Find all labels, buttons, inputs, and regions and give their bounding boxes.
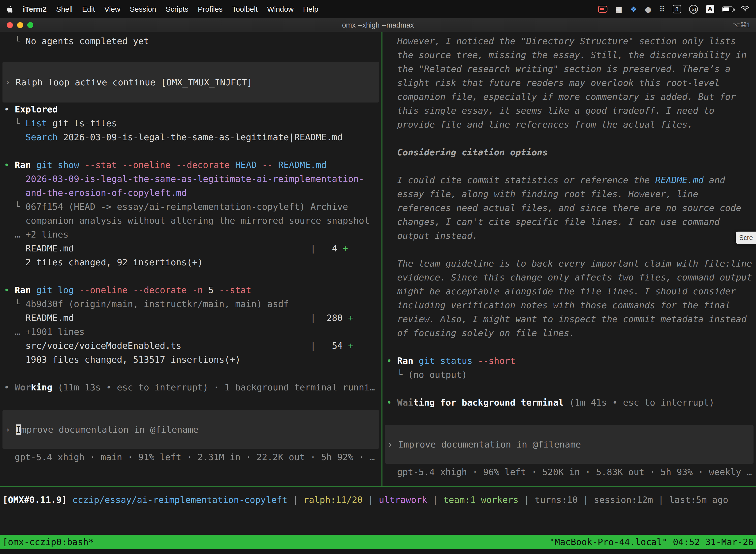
agent-log: • Explored └ List git ls-files Search 20…	[0, 103, 381, 394]
commit-line: └ 067f154 (HEAD -> essay/ai-reimplementa…	[0, 200, 381, 214]
menu-item-view[interactable]: View	[105, 5, 120, 13]
thinking-line: slight risk that future readers may over…	[382, 76, 756, 90]
diff-summary: 2 files changed, 92 insertions(+)	[0, 256, 381, 269]
input-text-right: Improve documentation in @filename	[398, 439, 581, 449]
banner-text: Ralph loop active continue [OMX_TMUX_INJ…	[16, 77, 252, 88]
keycap-8-icon[interactable]	[673, 5, 681, 13]
menu-bar-status-icons	[598, 5, 749, 14]
gauge-icon[interactable]	[689, 5, 698, 14]
agent-log-right: However, I noticed the "Directory Struct…	[382, 34, 756, 409]
blank-line	[382, 382, 756, 396]
notification-toast[interactable]: Scre	[736, 232, 756, 244]
blank-line	[0, 144, 381, 158]
blue-app-icon[interactable]	[630, 5, 637, 14]
menu-item-toolbelt[interactable]: Toolbelt	[232, 5, 258, 13]
thinking-line: However, I noticed the "Directory Struct…	[382, 34, 756, 48]
input-source-icon[interactable]	[706, 5, 714, 13]
thinking-line: review. Also, I might want to inspect th…	[382, 312, 756, 326]
thinking-line: might be acceptable alongside the file l…	[382, 284, 756, 298]
tmux-status-bar: [omx-cczip0:bash* "MacBook-Pro-44.local"…	[0, 535, 756, 549]
thinking-heading: Considering citation options	[382, 146, 756, 159]
blank-line	[0, 269, 381, 283]
ran-git-status: • Ran git status --short	[382, 354, 756, 368]
menu-item-scripts[interactable]: Scripts	[166, 5, 189, 13]
thinking-line: the source tree, missing the essay. Stil…	[382, 48, 756, 62]
thinking-line: including verification notes with those …	[382, 298, 756, 312]
minimize-window-button[interactable]	[17, 22, 23, 28]
window-title: omx --xhigh --madmax	[0, 21, 756, 29]
tmux-session-label: [omx-cczip0:bash*	[2, 537, 94, 547]
circle-app-icon[interactable]	[645, 5, 651, 14]
session-status-line-right: gpt-5.4 xhigh · 96% left · 520K in · 5.8…	[382, 465, 756, 479]
input-prompt: ›	[5, 425, 16, 435]
input-text: mprove documentation in @filename	[21, 425, 198, 435]
close-window-button[interactable]	[7, 22, 13, 28]
apple-menu-icon[interactable]	[7, 6, 13, 13]
macos-menu-bar: iTerm2ShellEditViewSessionScriptsProfile…	[0, 0, 756, 18]
diff-stat-line: README.md | 280 +	[0, 311, 381, 325]
thinking-line: this single essay, it seems like a good …	[382, 104, 756, 118]
desktop: iTerm2ShellEditViewSessionScriptsProfile…	[0, 0, 756, 554]
thinking-line: companion file, especially if more comme…	[382, 90, 756, 104]
zoom-window-button[interactable]	[27, 22, 33, 28]
command-output: └ (no output)	[382, 368, 756, 382]
diff-stat-line: README.md | 4 +	[0, 241, 381, 256]
thinking-line: references need actual files, and since …	[382, 201, 756, 215]
menu-item-session[interactable]: Session	[130, 5, 156, 13]
terminal-content: └ No agents completed yet › Ralph loop a…	[0, 32, 756, 535]
screen-recording-icon[interactable]	[598, 6, 608, 13]
menu-items: iTerm2ShellEditViewSessionScriptsProfile…	[23, 5, 318, 13]
input-prompt-right: ›	[387, 439, 398, 449]
thinking-line: I could cite commit statistics or refere…	[382, 173, 756, 187]
tmux-host-clock: "MacBook-Pro-44.local" 04:52 31-Mar-26	[549, 537, 754, 547]
menu-item-profiles[interactable]: Profiles	[198, 5, 223, 13]
omx-status-line: [OMX#0.11.9] cczip/essay/ai-reimplementa…	[0, 493, 756, 507]
window-title-bar: omx --xhigh --madmax ⌥⌘1	[0, 18, 756, 32]
window-controls	[0, 22, 33, 28]
banner-prompt: ›	[5, 77, 16, 88]
prompt-input[interactable]: › Improve documentation in @filename	[2, 410, 379, 449]
thinking-line: of focusing solely on file lines.	[382, 326, 756, 340]
commit-line: └ 4b9d30f (origin/main, instructkr/main,…	[0, 297, 381, 311]
menu-item-help[interactable]: Help	[303, 5, 318, 13]
commit-line: companion analysis without altering the …	[0, 214, 381, 228]
prompt-input-right[interactable]: › Improve documentation in @filename	[385, 425, 754, 464]
menu-item-window[interactable]: Window	[267, 5, 294, 13]
more-lines: … +2 lines	[0, 228, 381, 241]
ran-git-show: • Ran git show --stat --oneline --decora…	[0, 158, 381, 172]
blank-line	[382, 340, 756, 354]
app-grid-icon[interactable]	[659, 5, 665, 14]
menu-item-shell[interactable]: Shell	[56, 5, 73, 13]
grid-icon[interactable]	[615, 5, 622, 14]
thinking-line: the "Related research writing" section i…	[382, 62, 756, 76]
menu-item-iterm2[interactable]: iTerm2	[23, 5, 47, 13]
more-lines: … +1901 lines	[0, 325, 381, 339]
diff-summary: 1903 files changed, 513517 insertions(+)	[0, 353, 381, 367]
blank-line	[382, 131, 756, 146]
omx-status-bar: [OMX#0.11.9] cczip/essay/ai-reimplementa…	[0, 493, 756, 507]
working-status: • Working (11m 13s • esc to interrupt) ·…	[0, 381, 381, 394]
pane-divider-horizontal	[0, 486, 756, 487]
ran-git-log: • Ran git log --oneline --decorate -n 5 …	[0, 283, 381, 297]
arg-filename: 2026-03-09-is-legal-the-same-as-legitima…	[0, 172, 381, 186]
list-command: └ List git ls-files	[0, 116, 381, 130]
menu-item-edit[interactable]: Edit	[82, 5, 95, 13]
waiting-status: • Waiting for background terminal (1m 41…	[382, 396, 756, 409]
wifi-icon[interactable]	[741, 5, 749, 13]
text-cursor: I	[16, 425, 21, 435]
left-terminal-pane: └ No agents completed yet › Ralph loop a…	[0, 32, 381, 486]
battery-icon[interactable]	[722, 6, 733, 12]
diff-stat-line: src/voice/voiceModeEnabled.ts | 54 +	[0, 339, 381, 353]
blank-line	[382, 243, 756, 257]
search-command: Search 2026-03-09-is-legal-the-same-as-l…	[0, 130, 381, 144]
thinking-line: essay file, along with finding root file…	[382, 187, 756, 201]
thinking-line: The team guideline is to back every impo…	[382, 257, 756, 271]
blank-line	[0, 367, 381, 381]
thinking-line: provide file and line references from th…	[382, 118, 756, 131]
window-shortcut-badge: ⌥⌘1	[733, 21, 756, 29]
ralph-loop-banner: › Ralph loop active continue [OMX_TMUX_I…	[2, 62, 379, 103]
thinking-line: output instead.	[382, 229, 756, 243]
tmux-panes: └ No agents completed yet › Ralph loop a…	[0, 32, 756, 486]
agent-log-top: └ No agents completed yet	[0, 34, 381, 48]
agent-status-line: └ No agents completed yet	[0, 34, 381, 48]
